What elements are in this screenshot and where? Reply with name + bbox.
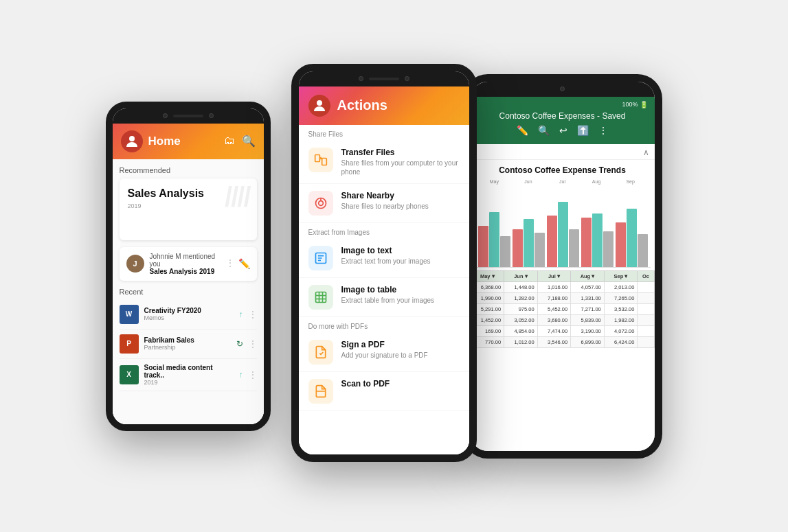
search-icon-left[interactable]: 🔍 xyxy=(242,135,256,148)
upload-icon-3[interactable]: ↑ xyxy=(239,370,243,380)
phone-top-bar-right xyxy=(471,82,655,97)
bar-teal-aug xyxy=(592,213,603,267)
bar-teal-jun xyxy=(524,219,534,267)
col-aug[interactable]: Aug ▾ xyxy=(571,270,605,281)
table-cell: 3,546.00 xyxy=(537,336,571,347)
avatar-middle xyxy=(308,95,330,117)
action-image-to-text[interactable]: Image to text Extract text from your ima… xyxy=(299,239,469,278)
table-row: 6,368.001,448.001,016.004,057.002,013.00 xyxy=(471,281,654,292)
collapse-row: ∧ xyxy=(471,144,655,160)
right-toolbar: ✏️ 🔍 ↩ ⬆️ ⋮ xyxy=(477,125,648,140)
table-row: 770.001,012.003,546.006,899.006,424.00 xyxy=(471,336,654,347)
bar-group-jun xyxy=(513,219,545,267)
phone-top-bar-middle xyxy=(299,71,469,86)
action-scan-pdf[interactable]: Scan to PDF xyxy=(299,372,469,411)
phone-left: Home 🗂 🔍 Recommended //// Sales Analysis… xyxy=(106,102,271,431)
action-image-to-table[interactable]: Image to table Extract table from your i… xyxy=(299,278,469,317)
table-cell: 1,282.00 xyxy=(504,292,538,303)
share-nearby-text: Share Nearby Share files to nearby phone… xyxy=(341,191,429,211)
cam-dot2-middle xyxy=(405,76,409,81)
undo-toolbar-icon[interactable]: ↩ xyxy=(559,125,567,136)
col-sep[interactable]: Sep ▾ xyxy=(604,270,638,281)
axis-may: May xyxy=(477,179,512,184)
table-cell: 3,190.00 xyxy=(571,325,605,336)
mention-file: Sales Analysis 2019 xyxy=(150,268,221,275)
more-icon-1[interactable]: ⋮ xyxy=(249,310,257,319)
list-item[interactable]: P Fabrikam Sales Partnership ↻ ⋮ xyxy=(120,329,257,359)
recent-sub-2: Partnership xyxy=(144,344,231,351)
table-cell: 4,057.00 xyxy=(571,281,605,292)
table-cell: 7,474.00 xyxy=(537,325,571,336)
action-share-nearby[interactable]: Share Nearby Share files to nearby phone… xyxy=(299,184,469,223)
chevron-icon[interactable]: ∧ xyxy=(643,148,649,157)
avatar-left xyxy=(121,130,143,152)
sign-pdf-icon-box xyxy=(308,340,333,365)
scan-pdf-title: Scan to PDF xyxy=(341,379,390,389)
word-icon: W xyxy=(120,305,139,324)
right-doc-title: Contoso Coffee Expenses - Saved xyxy=(477,111,648,121)
list-item[interactable]: W Creativity FY2020 Memos ↑ ⋮ xyxy=(120,300,257,329)
rec-card-watermark: //// xyxy=(225,182,249,213)
svg-point-0 xyxy=(129,136,135,141)
bar-gray-aug xyxy=(603,231,613,267)
more-toolbar-icon[interactable]: ⋮ xyxy=(598,125,608,136)
transfer-title: Transfer Files xyxy=(341,148,460,157)
share-toolbar-icon[interactable]: ⬆️ xyxy=(577,125,589,136)
table-cell-oc xyxy=(638,314,654,325)
left-header: Home 🗂 🔍 xyxy=(113,124,264,159)
mention-card[interactable]: J Johnnie M mentioned you Sales Analysis… xyxy=(120,247,257,281)
col-jul[interactable]: Jul ▾ xyxy=(537,270,571,281)
left-header-icons: 🗂 🔍 xyxy=(224,135,256,148)
img2table-text: Image to table Extract table from your i… xyxy=(341,285,435,305)
recent-name-1: Creativity FY2020 xyxy=(144,307,234,314)
col-jun[interactable]: Jun ▾ xyxy=(504,270,538,281)
recommended-card[interactable]: //// Sales Analysis 2019 xyxy=(120,178,257,240)
chart-bars xyxy=(475,185,651,268)
col-oct[interactable]: Oc xyxy=(638,270,654,281)
more-icon-3[interactable]: ⋮ xyxy=(249,370,257,380)
phone-left-content: Home 🗂 🔍 Recommended //// Sales Analysis… xyxy=(113,124,264,426)
phone-middle-content: Actions Share Files Transfer Files xyxy=(299,86,469,462)
more-icon-2[interactable]: ⋮ xyxy=(249,339,257,349)
phones-container: Home 🗂 🔍 Recommended //// Sales Analysis… xyxy=(85,26,703,507)
left-body: Recommended //// Sales Analysis 2019 J J… xyxy=(113,159,264,426)
more-icon[interactable]: ⋮ xyxy=(226,258,234,269)
table-cell-oc xyxy=(638,336,654,347)
img2text-title: Image to text xyxy=(341,246,431,255)
mention-name: Johnnie M mentioned you xyxy=(150,253,221,268)
bar-gray-jul xyxy=(569,229,579,267)
upload-icon-1[interactable]: ↑ xyxy=(239,310,243,319)
edit-icon[interactable]: ✏️ xyxy=(238,258,250,269)
middle-body: Share Files Transfer Files Share files f… xyxy=(299,125,469,462)
recent-info-1: Creativity FY2020 Memos xyxy=(144,307,234,321)
mention-icons: ⋮ ✏️ xyxy=(226,258,250,269)
recommended-label: Recommended xyxy=(120,166,257,174)
bar-group-jul xyxy=(547,202,579,267)
list-item[interactable]: X Social media content track.. 2019 ↑ ⋮ xyxy=(120,359,257,391)
svg-rect-3 xyxy=(322,158,326,165)
recent-info-3: Social media content track.. 2019 xyxy=(144,364,234,386)
right-body: Contoso Coffee Expense Trends May Jun Ju… xyxy=(471,160,655,459)
bar-gray-sep xyxy=(638,234,648,267)
sign-pdf-sub: Add your signature to a PDF xyxy=(341,351,428,360)
edit-toolbar-icon[interactable]: ✏️ xyxy=(517,125,528,136)
table-row: 1,990.001,282.007,188.001,331.007,265.00 xyxy=(471,292,654,303)
chart-axis-labels: May Jun Jul Aug Sep xyxy=(475,179,651,184)
phone-right: 100% 🔋 Contoso Coffee Expenses - Saved ✏… xyxy=(463,74,662,459)
camera-dot-right xyxy=(560,86,565,91)
table-cell: 3,052.00 xyxy=(504,314,538,325)
action-sign-pdf[interactable]: Sign a PDF Add your signature to a PDF xyxy=(299,333,469,372)
bar-pink-jun xyxy=(513,229,523,267)
action-transfer-files[interactable]: Transfer Files Share files from your com… xyxy=(299,141,469,184)
axis-jul: Jul xyxy=(545,179,580,184)
table-row: 1,452.003,052.003,680.005,839.001,982.00 xyxy=(471,314,654,325)
table-cell: 6,899.00 xyxy=(571,336,605,347)
excel-table: May ▾ Jun ▾ Jul ▾ Aug ▾ Sep ▾ Oc 6,368.0… xyxy=(471,270,655,348)
search-toolbar-icon[interactable]: 🔍 xyxy=(538,125,550,136)
middle-header-title: Actions xyxy=(337,97,460,113)
sync-icon-2[interactable]: ↻ xyxy=(236,339,243,349)
bar-pink-sep xyxy=(616,222,626,267)
folder-icon[interactable]: 🗂 xyxy=(224,135,235,148)
table-cell: 2,013.00 xyxy=(604,281,638,292)
table-cell: 3,680.00 xyxy=(537,314,571,325)
